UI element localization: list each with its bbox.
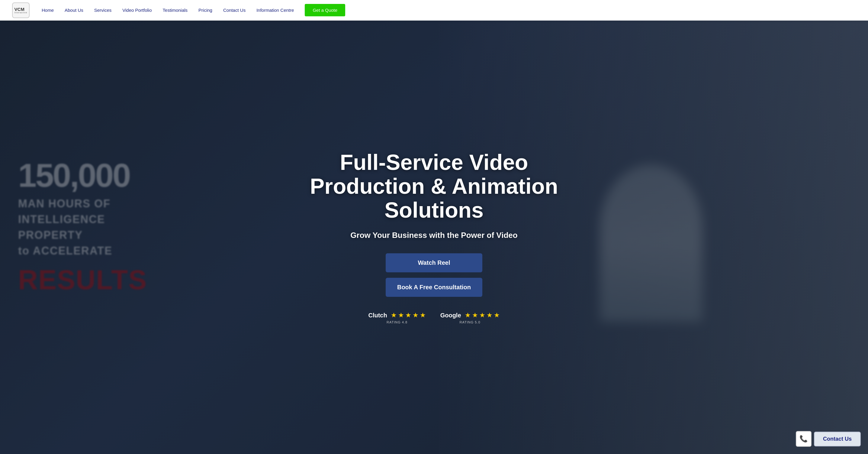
contact-us-button[interactable]: Contact Us	[814, 432, 861, 447]
g-star-4: ★	[487, 311, 493, 319]
logo[interactable]: VCM interactive	[12, 2, 30, 18]
g-star-2: ★	[472, 311, 478, 319]
hero-section: 150,000 MAN HOURS OF INTELLIGENCE PROPER…	[0, 0, 868, 454]
google-rating-header: Google ★ ★ ★ ★ ★	[440, 311, 500, 319]
phone-icon: 📞	[800, 435, 808, 443]
nav-contact[interactable]: Contact Us	[223, 7, 246, 13]
clutch-rating: Clutch ★ ★ ★ ★ ★ RATING 4.8	[368, 311, 426, 324]
logo-text: VCM	[14, 7, 28, 11]
g-star-5: ★	[494, 311, 500, 319]
clutch-rating-header: Clutch ★ ★ ★ ★ ★	[368, 311, 426, 319]
google-rating: Google ★ ★ ★ ★ ★ RATING 5.0	[440, 311, 500, 324]
hero-ratings: Clutch ★ ★ ★ ★ ★ RATING 4.8 Google ★	[305, 311, 563, 324]
navbar: VCM interactive Home About Us Services V…	[0, 0, 868, 21]
clutch-rating-label: RATING 4.8	[386, 320, 407, 324]
logo-box: VCM interactive	[12, 2, 30, 18]
g-star-1: ★	[465, 311, 471, 319]
bottom-right-actions: 📞 Contact Us	[796, 431, 861, 447]
hero-subtitle: Grow Your Business with the Power of Vid…	[305, 231, 563, 240]
google-stars: ★ ★ ★ ★ ★	[465, 311, 500, 319]
nav-about[interactable]: About Us	[65, 7, 83, 13]
clutch-stars: ★ ★ ★ ★ ★	[391, 311, 426, 319]
watch-reel-button[interactable]: Watch Reel	[386, 253, 482, 272]
hero-content: Full-Service Video Production & Animatio…	[298, 150, 570, 324]
star-1: ★	[391, 311, 397, 319]
google-rating-label: RATING 5.0	[460, 320, 480, 324]
book-consultation-button[interactable]: Book A Free Consultation	[386, 278, 482, 297]
star-half: ★	[420, 311, 426, 319]
phone-button[interactable]: 📞	[796, 431, 811, 447]
nav-testimonials[interactable]: Testimonials	[163, 7, 188, 13]
hero-title: Full-Service Video Production & Animatio…	[305, 150, 563, 223]
clutch-label: Clutch	[368, 312, 387, 319]
star-3: ★	[405, 311, 411, 319]
nav-pricing[interactable]: Pricing	[198, 7, 212, 13]
nav-home[interactable]: Home	[42, 7, 54, 13]
g-star-3: ★	[479, 311, 485, 319]
star-2: ★	[398, 311, 404, 319]
nav-info[interactable]: Information Centre	[256, 7, 294, 13]
nav-portfolio[interactable]: Video Portfolio	[122, 7, 152, 13]
nav-get-quote[interactable]: Get a Quote	[305, 4, 345, 16]
nav-services[interactable]: Services	[94, 7, 112, 13]
google-label: Google	[440, 312, 461, 319]
star-4: ★	[412, 311, 418, 319]
hero-buttons: Watch Reel Book A Free Consultation	[305, 253, 563, 297]
nav-links: Home About Us Services Video Portfolio T…	[42, 7, 856, 13]
logo-sub: interactive	[14, 11, 28, 13]
